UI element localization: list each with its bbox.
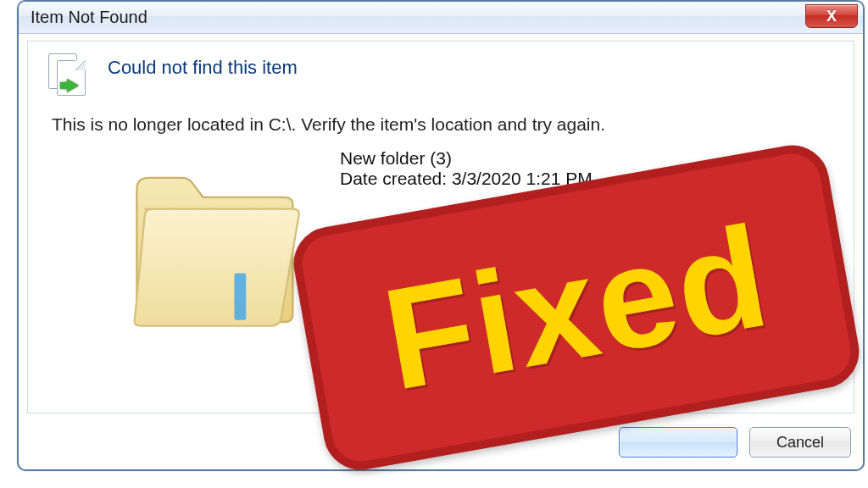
message-body: This is no longer located in C:\. Verify… (28, 99, 854, 135)
dialog-button-row: Try Again Cancel (619, 427, 851, 458)
message-heading: Could not find this item (108, 53, 298, 79)
try-again-button[interactable]: Try Again (619, 427, 737, 458)
cancel-label: Cancel (776, 434, 824, 452)
svg-rect-0 (234, 274, 246, 320)
item-name: New folder (3) (340, 148, 593, 169)
document-move-icon (45, 53, 91, 99)
window-title: Item Not Found (31, 8, 147, 27)
close-button[interactable]: X (805, 4, 858, 28)
message-header-row: Could not find this item (28, 42, 854, 99)
fixed-stamp-text: Fixed (372, 192, 780, 423)
item-text: New folder (3) Date created: 3/3/2020 1:… (340, 147, 593, 189)
folder-icon (121, 147, 316, 341)
titlebar[interactable]: Item Not Found X (19, 2, 863, 34)
cancel-button[interactable]: Cancel (749, 427, 851, 458)
close-icon: X (826, 8, 837, 25)
